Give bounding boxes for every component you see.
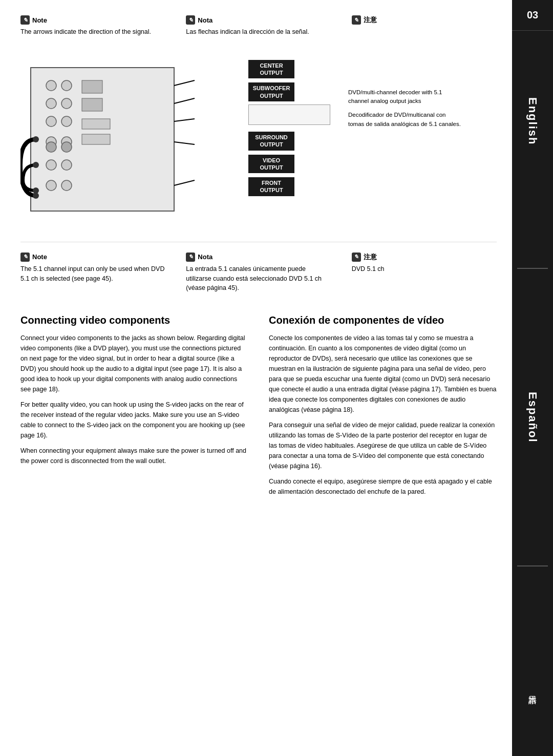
subwoofer-output-label: SUBWOOFEROUTPUT bbox=[248, 82, 294, 101]
svg-line-20 bbox=[174, 98, 195, 103]
middle-note-icon-english: ✎ bbox=[20, 253, 30, 262]
svg-point-25 bbox=[33, 162, 39, 168]
svg-rect-15 bbox=[82, 80, 102, 93]
note-icon-spanish: ✎ bbox=[186, 15, 195, 25]
receiver-diagram bbox=[20, 52, 236, 226]
lang-english: English bbox=[526, 87, 539, 155]
top-notes-row: ✎ Note The arrows indicate the direction… bbox=[20, 15, 497, 37]
center-output-label: CENTEROUTPUT bbox=[248, 60, 294, 79]
middle-note-icon-spanish: ✎ bbox=[186, 253, 195, 262]
spanish-paragraph-2: Para conseguir una señal de vídeo de mej… bbox=[269, 420, 497, 471]
middle-note-english-title: ✎ Note bbox=[20, 253, 165, 262]
right-sidebar: 03 English Español 日本語 bbox=[512, 0, 553, 756]
spanish-section: Conexión de componentes de vídeo Conecte… bbox=[269, 313, 497, 502]
spanish-section-title: Conexión de componentes de vídeo bbox=[269, 313, 497, 327]
english-paragraph-3: When connecting your equipment always ma… bbox=[20, 446, 248, 466]
output-labels-column: CENTEROUTPUT SUBWOOFEROUTPUT SURROUNDOUT… bbox=[248, 52, 330, 196]
language-section: English Español 日本語 bbox=[512, 31, 553, 756]
note-spanish-text: Las flechas indican la dirección de la s… bbox=[186, 27, 331, 37]
middle-note-spanish-text: La entrada 5.1 canales únicamente puede … bbox=[186, 264, 331, 293]
front-output-label: FRONTOUTPUT bbox=[248, 177, 294, 196]
middle-note-japanese: ✎ 注意 DVD 5.1 ch bbox=[352, 253, 497, 293]
note-english: ✎ Note The arrows indicate the direction… bbox=[20, 15, 165, 37]
svg-point-10 bbox=[61, 142, 72, 152]
note-english-text: The arrows indicate the direction of the… bbox=[20, 27, 165, 37]
note-spanish-title: ✎ Nota bbox=[186, 15, 331, 25]
svg-point-4 bbox=[61, 98, 72, 109]
svg-point-14 bbox=[61, 180, 72, 191]
note-spanish: ✎ Nota Las flechas indican la dirección … bbox=[186, 15, 331, 37]
lang-japanese: 日本語 bbox=[527, 679, 538, 700]
spanish-paragraph-1: Conecte los componentes de vídeo a las t… bbox=[269, 333, 497, 415]
svg-point-11 bbox=[46, 160, 56, 170]
svg-rect-16 bbox=[82, 98, 102, 111]
svg-rect-17 bbox=[82, 119, 110, 129]
english-section: Connecting video components Connect your… bbox=[20, 313, 248, 502]
decoder-text-spanish: Decodificador de DVD/multicanal con toma… bbox=[348, 111, 461, 129]
middle-note-english-text: The 5.1 channel input can only be used w… bbox=[20, 264, 165, 284]
middle-note-japanese-title: ✎ 注意 bbox=[352, 253, 497, 262]
dvd-device-box bbox=[248, 104, 330, 125]
diagram-area bbox=[20, 52, 236, 226]
note-icon-japanese: ✎ bbox=[352, 15, 361, 25]
video-output-label: VIDEOOUTPUT bbox=[248, 155, 294, 174]
note-japanese: ✎ 注意 bbox=[352, 15, 497, 37]
lang-divider-2 bbox=[517, 565, 548, 566]
surround-output-label: SURROUNDOUTPUT bbox=[248, 132, 294, 151]
english-paragraph-2: For better quality video, you can hook u… bbox=[20, 400, 248, 440]
diagram-section: CENTEROUTPUT SUBWOOFEROUTPUT SURROUNDOUT… bbox=[20, 52, 497, 226]
lang-divider-1 bbox=[517, 268, 548, 269]
svg-point-9 bbox=[46, 142, 56, 152]
svg-point-2 bbox=[61, 80, 72, 91]
spanish-paragraph-3: Cuando conecte el equipo, asegúrese siem… bbox=[269, 476, 497, 497]
middle-notes-row: ✎ Note The 5.1 channel input can only be… bbox=[20, 242, 497, 293]
svg-point-5 bbox=[46, 116, 56, 127]
svg-line-19 bbox=[174, 80, 195, 86]
english-section-title: Connecting video components bbox=[20, 313, 248, 327]
decoder-text-english: DVD/multi-channel decoder with 5.1 chann… bbox=[348, 88, 461, 106]
middle-note-icon-japanese: ✎ bbox=[352, 253, 361, 262]
note-japanese-title: ✎ 注意 bbox=[352, 15, 497, 25]
svg-point-6 bbox=[61, 116, 72, 127]
svg-rect-18 bbox=[82, 134, 110, 144]
svg-point-1 bbox=[46, 80, 56, 91]
svg-point-12 bbox=[61, 160, 72, 170]
middle-note-spanish: ✎ Nota La entrada 5.1 canales únicamente… bbox=[186, 253, 331, 293]
decoder-info: DVD/multi-channel decoder with 5.1 chann… bbox=[348, 57, 461, 129]
svg-line-21 bbox=[174, 119, 195, 121]
lang-spanish: Español bbox=[526, 382, 539, 453]
middle-note-spanish-title: ✎ Nota bbox=[186, 253, 331, 262]
note-english-title: ✎ Note bbox=[20, 15, 165, 25]
svg-point-24 bbox=[33, 136, 39, 142]
middle-note-english: ✎ Note The 5.1 channel input can only be… bbox=[20, 253, 165, 293]
middle-note-japanese-text: DVD 5.1 ch bbox=[352, 264, 497, 274]
svg-line-23 bbox=[174, 180, 195, 185]
english-paragraph-1: Connect your video components to the jac… bbox=[20, 333, 248, 394]
svg-point-27 bbox=[33, 193, 39, 199]
svg-point-13 bbox=[46, 180, 56, 191]
subwoofer-dvd-group: SUBWOOFEROUTPUT bbox=[248, 82, 330, 128]
svg-line-22 bbox=[174, 142, 195, 144]
svg-point-3 bbox=[46, 98, 56, 109]
page-number: 03 bbox=[512, 0, 553, 31]
bottom-sections: Connecting video components Connect your… bbox=[20, 313, 497, 502]
main-content: ✎ Note The arrows indicate the direction… bbox=[0, 0, 512, 517]
note-icon-english: ✎ bbox=[20, 15, 30, 25]
decoder-separator bbox=[348, 106, 461, 111]
